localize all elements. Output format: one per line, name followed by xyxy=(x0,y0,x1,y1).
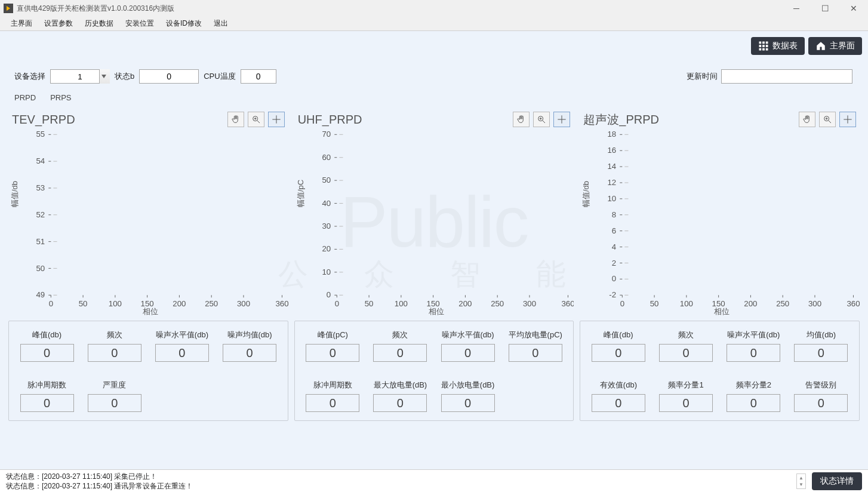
chart-0: TEV_PRPD 幅值/db 4950515253545505010015020… xyxy=(8,108,288,315)
svg-text:100: 100 xyxy=(394,299,407,308)
metric-label-1-1: 频次 xyxy=(392,330,408,340)
svg-text:0: 0 xyxy=(334,299,338,308)
main-view-button[interactable]: 主界面 xyxy=(808,37,862,55)
metric-2-7: 告警级别 0 xyxy=(789,380,853,412)
svg-text:54: 54 xyxy=(36,156,45,165)
status-detail-button[interactable]: 状态详情 xyxy=(812,472,862,490)
metric-1-2: 噪声水平值(db) 0 xyxy=(436,330,500,362)
menu-device-id[interactable]: 设备ID修改 xyxy=(160,17,208,30)
metric-value-1-2: 0 xyxy=(441,344,495,362)
metric-value-1-0: 0 xyxy=(306,344,359,362)
close-button[interactable]: ✕ xyxy=(839,0,868,17)
svg-text:16: 16 xyxy=(608,146,617,155)
status-input[interactable] xyxy=(139,69,199,84)
chart-body-0[interactable]: 幅值/db 4950515253545505010015020025030036… xyxy=(8,130,288,315)
crosshair-tool-2[interactable] xyxy=(839,112,856,127)
zoom-tool-0[interactable] xyxy=(248,112,264,127)
svg-text:200: 200 xyxy=(173,299,186,308)
metric-label-2-4: 有效值(db) xyxy=(600,380,637,390)
metric-value-2-0: 0 xyxy=(592,344,645,362)
metric-label-2-7: 告警级别 xyxy=(805,380,836,390)
zoom-tool-2[interactable] xyxy=(819,112,836,127)
window-controls: ─ ☐ ✕ xyxy=(782,0,868,17)
update-time-input[interactable] xyxy=(721,69,852,84)
svg-text:14: 14 xyxy=(608,162,617,171)
metric-2-6: 频率分量2 0 xyxy=(722,380,786,412)
minimize-button[interactable]: ─ xyxy=(782,0,811,17)
svg-text:51: 51 xyxy=(36,237,45,246)
svg-text:6: 6 xyxy=(612,226,616,235)
svg-rect-1 xyxy=(762,42,765,44)
metric-1-5: 最大放电量(dB) 0 xyxy=(368,380,432,412)
update-time-label: 更新时间 xyxy=(687,71,718,82)
data-table-button[interactable]: 数据表 xyxy=(751,37,805,55)
svg-text:200: 200 xyxy=(458,299,472,308)
svg-text:100: 100 xyxy=(109,299,122,308)
svg-text:100: 100 xyxy=(680,299,693,308)
xlabel-0: 相位 xyxy=(143,306,158,317)
pan-tool-0[interactable] xyxy=(227,112,244,127)
svg-text:10: 10 xyxy=(608,194,617,203)
scroll-indicator[interactable]: ▲ ▼ xyxy=(796,473,806,489)
chevron-down-icon[interactable] xyxy=(99,69,110,84)
svg-text:50: 50 xyxy=(36,264,45,273)
svg-text:55: 55 xyxy=(36,130,45,139)
menu-install[interactable]: 安装位置 xyxy=(119,17,160,30)
metric-0-0: 峰值(db) 0 xyxy=(15,330,79,362)
zoom-tool-1[interactable] xyxy=(533,112,550,127)
charts-row: TEV_PRPD 幅值/db 4950515253545505010015020… xyxy=(5,108,863,315)
chart-body-1[interactable]: 幅值/pC 0102030405060700501001502002503003… xyxy=(294,130,574,315)
menu-main[interactable]: 主界面 xyxy=(5,17,38,30)
crosshair-tool-1[interactable] xyxy=(553,112,570,127)
metric-value-1-3: 0 xyxy=(509,344,562,362)
metric-label-1-4: 脉冲周期数 xyxy=(313,380,352,390)
tab-prps[interactable]: PRPS xyxy=(49,91,72,104)
svg-rect-3 xyxy=(759,45,762,47)
metric-value-0-1: 0 xyxy=(88,344,141,362)
menu-settings[interactable]: 设置参数 xyxy=(38,17,79,30)
metric-1-1: 频次 0 xyxy=(368,330,432,362)
menu-exit[interactable]: 退出 xyxy=(208,17,234,30)
menu-history[interactable]: 历史数据 xyxy=(79,17,119,30)
svg-text:18: 18 xyxy=(608,130,617,139)
metric-label-1-3: 平均放电量(pC) xyxy=(509,330,562,340)
svg-text:250: 250 xyxy=(491,299,504,308)
svg-text:0: 0 xyxy=(49,299,53,308)
svg-text:12: 12 xyxy=(608,178,617,187)
content: Public 公 众 智 能 数据表 主界面 设备选择 状态b CPU温度 更新… xyxy=(0,31,868,469)
metric-value-1-5: 0 xyxy=(373,394,427,412)
chart-body-2[interactable]: 幅值/db -202468101214161805010015020025030… xyxy=(580,130,860,315)
pan-tool-2[interactable] xyxy=(799,112,815,127)
window-title: 直供电429版开关柜检测装置v1.0.0.200316内测版 xyxy=(17,4,174,14)
metric-2-1: 频次 0 xyxy=(654,330,718,362)
svg-text:4: 4 xyxy=(612,242,616,251)
metric-value-0-3: 0 xyxy=(223,344,276,362)
tab-prpd[interactable]: PRPD xyxy=(13,91,37,104)
svg-text:50: 50 xyxy=(322,176,331,184)
controls-row: 设备选择 状态b CPU温度 更新时间 xyxy=(14,69,863,84)
home-icon xyxy=(815,41,826,51)
status-messages: 状态信息：[2020-03-27 11:15:40] 采集已停止！ 状态信息：[… xyxy=(6,472,193,491)
metric-label-0-0: 峰值(db) xyxy=(32,330,61,340)
crosshair-tool-0[interactable] xyxy=(268,112,285,127)
maximize-button[interactable]: ☐ xyxy=(811,0,839,17)
svg-text:250: 250 xyxy=(205,299,218,308)
svg-text:360: 360 xyxy=(847,299,860,308)
svg-text:49: 49 xyxy=(36,290,45,299)
cpu-temp-label: CPU温度 xyxy=(204,71,235,82)
chart-1: UHF_PRPD 幅值/pC 0102030405060700501001502… xyxy=(294,108,574,315)
svg-text:0: 0 xyxy=(326,290,330,299)
metric-label-2-1: 频次 xyxy=(678,330,694,340)
pan-tool-1[interactable] xyxy=(513,112,530,127)
metric-label-1-0: 峰值(pC) xyxy=(318,330,348,340)
status-msg-0: 状态信息：[2020-03-27 11:15:40] 采集已停止！ xyxy=(6,472,193,481)
svg-text:300: 300 xyxy=(808,299,821,308)
metric-1-4: 脉冲周期数 0 xyxy=(301,380,365,412)
svg-rect-6 xyxy=(759,48,762,51)
metrics-panel-2: 峰值(db) 0频次 0噪声水平值(db) 0均值(db) 0有效值(db) 0… xyxy=(580,321,860,421)
cpu-temp-input[interactable] xyxy=(241,69,276,84)
metric-label-1-6: 最小放电量(dB) xyxy=(441,380,495,390)
svg-text:40: 40 xyxy=(322,199,331,208)
controls-right: 更新时间 xyxy=(687,69,852,84)
main-view-label: 主界面 xyxy=(830,41,855,51)
